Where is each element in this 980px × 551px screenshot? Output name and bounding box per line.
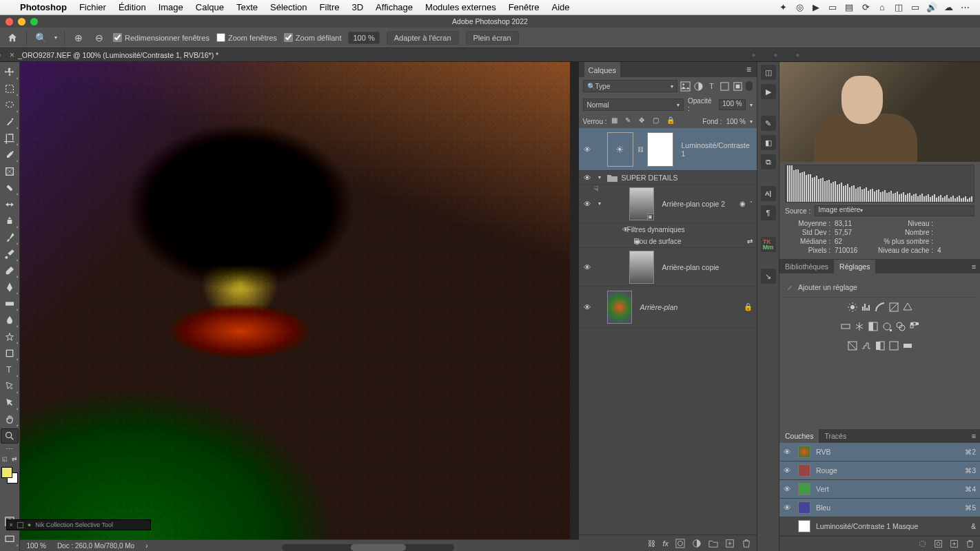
channel-green[interactable]: 👁Vert⌘4 (779, 480, 980, 499)
brightness-icon[interactable] (847, 302, 858, 313)
layer-name[interactable]: SUPER DETAILS (622, 174, 678, 182)
filter-surface-blur[interactable]: ◉ Flou de surface ⇄ (579, 236, 757, 248)
edit-toolbar[interactable]: ⋯ (1, 445, 19, 453)
layer-name[interactable]: Arrière-plan copie 2 (658, 200, 735, 208)
document-tab[interactable]: × _ORO9287.NEF @ 100% (Luminosité/Contra… (4, 50, 224, 60)
menu-3d[interactable]: 3D (345, 2, 369, 12)
path-select-tool[interactable] (1, 379, 19, 394)
layer-name[interactable]: Arrière-plan copie (658, 263, 753, 271)
gradient-map-icon[interactable] (902, 340, 913, 351)
lasso-tool[interactable] (1, 98, 19, 113)
healing-tool[interactable] (1, 180, 19, 196)
menu-edit[interactable]: Édition (112, 2, 152, 12)
zoom-scroll-check[interactable]: Zoom défilant (284, 33, 342, 42)
menu-view[interactable]: Affichage (369, 2, 419, 12)
home-button[interactable] (6, 31, 19, 45)
filter-image-icon[interactable] (680, 81, 691, 92)
color-swatches[interactable] (1, 467, 18, 484)
vibrance-icon[interactable] (902, 302, 913, 313)
fill-dropdown-icon[interactable]: ▾ (750, 118, 753, 125)
arrows-tool[interactable] (1, 197, 19, 212)
visibility-toggle[interactable]: ◉ (633, 238, 642, 245)
tray-icon[interactable]: ◫ (892, 1, 905, 14)
histogram-source-select[interactable]: Image entière▾ (815, 205, 974, 216)
panel-collapse-icon[interactable]: « (796, 52, 799, 59)
channel-mixer-icon[interactable] (895, 321, 906, 332)
menu-filter[interactable]: Filtre (314, 2, 346, 12)
channel-mask[interactable]: Luminosité/Contraste 1 Masque& (779, 517, 980, 536)
status-doc-info[interactable]: Doc : 260,0 Mo/780,0 Mo (57, 542, 134, 550)
color-balance-icon[interactable] (854, 321, 865, 332)
toolbox-collapse-icon[interactable]: » (0, 52, 1, 59)
tray-icon[interactable]: ⟳ (859, 1, 872, 14)
visibility-toggle[interactable]: 👁 (622, 226, 631, 233)
lock-artboard-icon[interactable]: ▢ (653, 116, 662, 126)
menu-layer[interactable]: Calque (190, 2, 230, 12)
lock-position-icon[interactable]: ✥ (639, 116, 649, 126)
panel-swatch-icon[interactable]: ◧ (761, 135, 776, 150)
panel-collapse-icon[interactable]: « (774, 52, 777, 59)
save-selection-icon[interactable] (934, 539, 943, 548)
tray-icon[interactable]: ▤ (843, 1, 855, 14)
panel-icon[interactable]: ◫ (761, 65, 776, 80)
menu-plugins[interactable]: Modules externes (419, 2, 502, 12)
selective-color-icon[interactable] (888, 340, 899, 351)
shape-tool[interactable] (1, 346, 19, 361)
visibility-toggle[interactable]: 👁 (583, 145, 592, 154)
layer-bg-copy-2[interactable]: 👁 ▾ ▣ Arrière-plan copie 2 ◉ ˄ (579, 185, 757, 223)
history-brush-tool[interactable] (1, 247, 19, 262)
menu-text[interactable]: Texte (230, 2, 264, 12)
move-tool[interactable] (1, 65, 19, 80)
posterize-icon[interactable] (861, 340, 872, 351)
hue-sat-icon[interactable] (840, 321, 851, 332)
channel-rgb[interactable]: 👁RVB⌘2 (779, 443, 980, 461)
smart-filter-visibility-icon[interactable]: ◉ (739, 200, 746, 207)
load-selection-icon[interactable] (918, 539, 927, 548)
panel-play-icon[interactable]: ▶ (761, 84, 776, 99)
panel-clone-icon[interactable]: ⧉ (761, 154, 776, 169)
visibility-toggle[interactable]: 👁 (583, 200, 592, 208)
status-arrow-icon[interactable]: › (145, 542, 147, 550)
smart-disclosure-icon[interactable]: ▾ (596, 200, 603, 207)
zoom-value-field[interactable]: 100 % (348, 32, 379, 44)
delete-channel-icon[interactable] (966, 539, 974, 548)
zoom-tool[interactable] (1, 428, 19, 444)
fill-value[interactable]: 100 % (726, 118, 746, 125)
add-adjustment-icon[interactable] (692, 539, 702, 548)
new-group-icon[interactable] (708, 539, 718, 548)
tray-icon[interactable]: ▭ (909, 1, 921, 14)
menu-app[interactable]: Photoshop (14, 2, 73, 12)
link-mask-icon[interactable]: ⛓ (637, 146, 643, 153)
horizontal-scrollbar[interactable] (282, 544, 454, 551)
filter-blend-icon[interactable]: ⇄ (747, 238, 753, 245)
eraser-tool[interactable] (1, 263, 19, 278)
zoom-windows-check[interactable]: Zoom fenêtres (216, 33, 277, 42)
photo-filter-icon[interactable] (881, 321, 892, 332)
invert-icon[interactable] (847, 340, 858, 351)
filter-shape-icon[interactable] (719, 81, 730, 92)
layer-name[interactable]: Luminosité/Contraste 1 (677, 141, 753, 158)
layer-background[interactable]: 👁 Arrière-plan 🔒 (579, 287, 757, 328)
menu-file[interactable]: Fichier (73, 2, 112, 12)
tray-icon[interactable]: 🔊 (926, 1, 938, 14)
marquee-tool[interactable] (1, 81, 19, 96)
document-canvas[interactable] (20, 62, 570, 542)
menu-image[interactable]: Image (152, 2, 190, 12)
maximize-window-button[interactable] (30, 18, 38, 25)
tab-adjustments[interactable]: Réglages (834, 260, 875, 273)
layer-thumb[interactable] (629, 251, 654, 284)
channel-blue[interactable]: 👁Bleu⌘5 (779, 499, 980, 517)
tk-panel-icon[interactable]: TKMm (761, 237, 776, 252)
nik-collection-toolbar[interactable]: × ● Nik Collection Selective Tool (6, 519, 151, 530)
filter-type-icon[interactable]: T (706, 81, 717, 92)
tray-icon[interactable]: ◎ (793, 1, 806, 14)
panel-path-icon[interactable]: ↘ (761, 269, 776, 284)
layer-group-super-details[interactable]: 👁 ▾ SUPER DETAILS ☟ (579, 171, 757, 185)
frame-tool[interactable] (1, 164, 19, 179)
dodge-tool[interactable] (1, 329, 19, 344)
smart-filters-header[interactable]: 👁 Filtres dynamiques (579, 223, 757, 236)
visibility-toggle[interactable]: 👁 (583, 263, 592, 271)
visibility-toggle[interactable]: 👁 (784, 448, 793, 456)
tray-icon[interactable]: ⌂ (876, 1, 888, 14)
exposure-icon[interactable] (888, 302, 899, 313)
